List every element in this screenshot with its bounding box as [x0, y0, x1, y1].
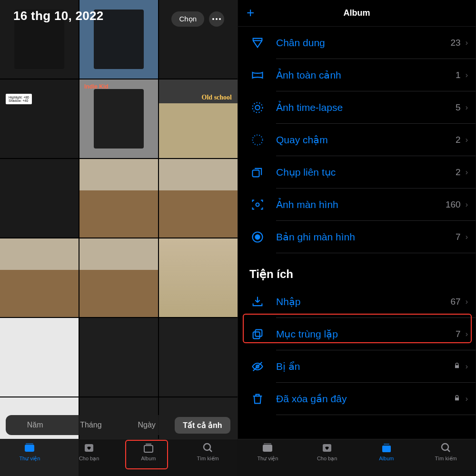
photo-thumb[interactable]: Highlight: +80Shadow: +40 — [0, 79, 79, 158]
svg-rect-0 — [25, 445, 34, 452]
row-duplicates[interactable]: Mục trùng lặp 7 › — [238, 318, 476, 350]
date-label: 16 thg 10, 2022 — [13, 9, 104, 23]
row-count: 160 — [446, 199, 461, 210]
chevron-right-icon: › — [466, 233, 468, 241]
library-actions: Chọn — [171, 11, 224, 27]
tab-album[interactable]: Album — [119, 442, 178, 476]
chevron-right-icon: › — [466, 362, 468, 371]
seg-day[interactable]: Ngày — [119, 417, 175, 433]
tab-label: Thư viện — [257, 456, 278, 462]
photo-thumb[interactable] — [159, 318, 238, 397]
row-label: Ảnh toàn cảnh — [276, 69, 456, 81]
lock-icon — [453, 394, 461, 404]
burst-icon — [249, 164, 266, 180]
row-label: Mục trùng lặp — [276, 328, 456, 340]
photo-thumb[interactable] — [159, 238, 238, 317]
photo-thumb[interactable] — [0, 318, 79, 397]
tab-label: Album — [141, 456, 156, 461]
slomo-icon — [249, 132, 266, 148]
row-portrait[interactable]: Chân dung 23 › — [238, 27, 476, 59]
photo-thumb[interactable]: Indie Kid — [79, 79, 158, 158]
row-screenshot[interactable]: Ảnh màn hình 160 › — [238, 188, 476, 221]
chevron-right-icon: › — [466, 136, 468, 144]
trash-icon — [249, 391, 266, 407]
row-screenrec[interactable]: Bản ghi màn hình 7 › — [238, 221, 476, 253]
library-date-header: 16 thg 10, 2022 — [13, 9, 104, 23]
panorama-icon — [249, 67, 266, 83]
tab-library[interactable]: Thư viện — [238, 442, 298, 476]
photo-thumb[interactable] — [0, 159, 79, 238]
tab-label: Tìm kiếm — [435, 456, 457, 462]
row-hidden[interactable]: Bị ẩn › — [238, 350, 476, 383]
row-label: Chân dung — [276, 37, 451, 49]
tab-label: Tìm kiếm — [197, 456, 219, 462]
svg-rect-19 — [384, 444, 389, 445]
seg-year[interactable]: Năm — [7, 417, 63, 433]
svg-point-6 — [255, 105, 259, 109]
tab-foryou[interactable]: Cho bạn — [298, 442, 357, 476]
chevron-right-icon: › — [466, 103, 468, 112]
row-label: Nhập — [276, 296, 451, 307]
row-panorama[interactable]: Ảnh toàn cảnh 1 › — [238, 59, 476, 91]
tab-search[interactable]: Tìm kiếm — [416, 442, 476, 476]
row-count: 5 — [456, 102, 461, 113]
more-button[interactable] — [209, 11, 224, 27]
select-button[interactable]: Chọn — [171, 11, 204, 27]
photo-thumb[interactable]: Old school — [159, 79, 238, 158]
view-segmented-control: Năm Tháng Ngày Tất cả ảnh — [6, 415, 232, 435]
tab-search[interactable]: Tìm kiếm — [178, 442, 238, 476]
chevron-right-icon: › — [466, 395, 468, 403]
heart-icon — [82, 442, 96, 454]
album-header: + Album — [238, 0, 476, 27]
svg-rect-3 — [144, 446, 153, 452]
row-label: Chụp liên tục — [276, 167, 456, 178]
portrait-icon — [249, 35, 266, 51]
seg-month[interactable]: Tháng — [63, 417, 119, 433]
screenshot-icon — [249, 197, 266, 213]
svg-point-20 — [442, 444, 448, 450]
tab-album[interactable]: Album — [357, 442, 416, 476]
seg-all[interactable]: Tất cả ảnh — [175, 417, 230, 434]
chevron-right-icon: › — [466, 71, 468, 79]
duplicates-icon — [249, 326, 266, 342]
photo-thumb[interactable] — [79, 159, 158, 238]
tab-bar: Thư viện Cho bạn Album Tìm kiếm — [238, 439, 476, 476]
tab-foryou[interactable]: Cho bạn — [60, 442, 119, 476]
photo-thumb[interactable] — [79, 238, 158, 317]
chevron-right-icon: › — [466, 168, 468, 177]
row-count: 7 — [456, 232, 461, 242]
albums-icon — [142, 442, 155, 454]
hidden-icon — [249, 358, 266, 375]
svg-point-7 — [253, 135, 263, 145]
lock-icon — [453, 361, 461, 372]
row-count: 67 — [451, 297, 461, 307]
record-icon — [249, 229, 266, 245]
import-icon — [249, 294, 266, 310]
svg-rect-12 — [253, 332, 260, 338]
ellipsis-icon — [212, 18, 221, 20]
row-import[interactable]: Nhập 67 › — [238, 286, 476, 318]
chevron-right-icon: › — [466, 39, 468, 47]
row-label: Ảnh màn hình — [276, 199, 446, 210]
photo-thumb[interactable] — [0, 238, 79, 317]
library-icon — [23, 442, 36, 454]
tab-label: Album — [379, 456, 394, 461]
row-deleted[interactable]: Đã xóa gần đây › — [238, 383, 476, 415]
section-utilities: Tiện ích — [238, 253, 476, 286]
row-slomo[interactable]: Quay chậm 2 › — [238, 124, 476, 156]
row-timelapse[interactable]: Ảnh time-lapse 5 › — [238, 91, 476, 124]
album-list[interactable]: Chân dung 23 › Ảnh toàn cảnh 1 › Ảnh tim… — [238, 27, 476, 439]
row-count: 1 — [456, 70, 461, 80]
svg-rect-8 — [253, 170, 259, 177]
photo-thumb[interactable] — [159, 159, 238, 238]
tab-library[interactable]: Thư viện — [0, 442, 60, 476]
chevron-right-icon: › — [466, 298, 468, 306]
row-burst[interactable]: Chụp liên tục 2 › — [238, 156, 476, 188]
add-album-button[interactable]: + — [247, 7, 260, 20]
library-icon — [261, 442, 274, 454]
photo-grid: Highlight: +80Shadow: +40 Indie Kid Old … — [0, 0, 238, 476]
photo-thumb[interactable] — [79, 318, 158, 397]
search-icon — [201, 442, 215, 454]
svg-rect-15 — [263, 445, 272, 452]
svg-rect-1 — [26, 443, 33, 444]
